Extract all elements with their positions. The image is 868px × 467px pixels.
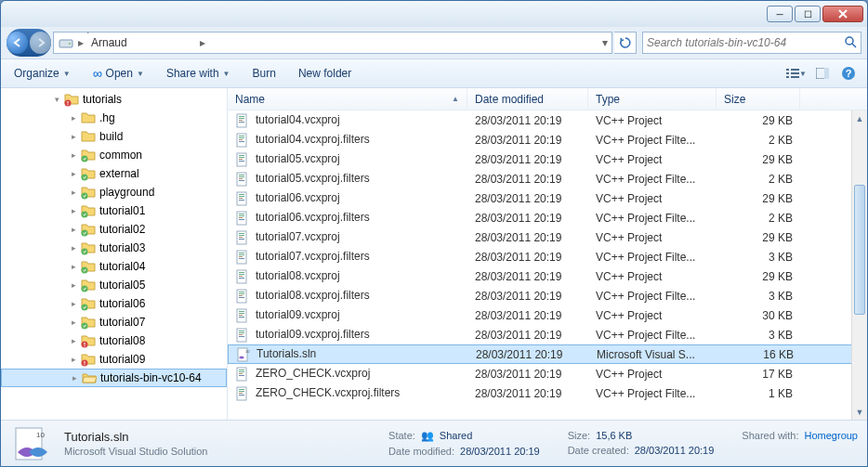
file-row[interactable]: tutorial05.vcxproj28/03/2011 20:19VC++ P… (228, 149, 867, 169)
view-options-button[interactable]: ▼ (785, 63, 808, 84)
svg-rect-89 (239, 332, 244, 333)
file-row[interactable]: ZERO_CHECK.vcxproj28/03/2011 20:19VC++ P… (228, 364, 867, 383)
tree-item[interactable]: ▸playground (1, 183, 227, 201)
file-row[interactable]: tutorial06.vcxproj28/03/2011 20:19VC++ P… (228, 188, 867, 208)
nav-back-forward[interactable] (7, 29, 51, 57)
column-headers[interactable]: Name ▲ Date modified Type Size (228, 88, 867, 110)
expand-icon[interactable]: ▸ (72, 373, 82, 383)
file-size: 2 KB (717, 134, 800, 147)
column-date[interactable]: Date modified (467, 88, 588, 110)
breadcrumb-item[interactable]: Arnaud (85, 36, 198, 49)
chevron-right-icon[interactable]: ▸ (76, 36, 85, 49)
tree-item[interactable]: ▸tutorial01 (1, 201, 227, 220)
tree-item[interactable]: ▸tutorial06 (1, 294, 227, 313)
expand-icon[interactable]: ▸ (72, 336, 81, 345)
tree-item[interactable]: ▸common (1, 146, 227, 164)
titlebar[interactable]: ─ ☐ (1, 1, 867, 27)
expand-icon[interactable]: ▸ (72, 225, 81, 234)
expand-icon[interactable]: ▸ (72, 243, 81, 253)
svg-rect-14 (68, 101, 69, 104)
new-folder-button[interactable]: New folder (293, 63, 357, 84)
file-date: 28/03/2011 20:19 (467, 153, 588, 166)
folder-tree[interactable]: ▾tutorials▸.hg▸build▸common▸external▸pla… (1, 88, 228, 420)
file-type: VC++ Project Filte... (588, 387, 717, 400)
maximize-button[interactable]: ☐ (795, 6, 821, 22)
tree-item-label: tutorial04 (99, 260, 145, 273)
organize-menu[interactable]: Organize ▼ (8, 63, 76, 84)
file-name: tutorial07.vcxproj (256, 230, 340, 243)
tree-item[interactable]: ▸tutorial02 (1, 220, 227, 239)
expand-icon[interactable]: ▸ (72, 262, 81, 271)
scrollbar[interactable]: ▲ ▼ (851, 110, 867, 420)
file-date: 28/03/2011 20:19 (467, 134, 588, 147)
refresh-button[interactable] (614, 32, 637, 54)
file-date: 28/03/2011 20:19 (467, 329, 588, 342)
expand-icon[interactable]: ▸ (72, 280, 81, 290)
svg-rect-8 (791, 76, 799, 78)
file-row[interactable]: tutorial05.vcxproj.filters28/03/2011 20:… (228, 169, 867, 188)
created-value: 28/03/2011 20:19 (635, 445, 715, 456)
tree-item[interactable]: ▸tutorial03 (1, 239, 227, 257)
expand-icon[interactable]: ▸ (72, 355, 81, 364)
tree-item[interactable]: ▸external (1, 164, 227, 183)
file-row[interactable]: tutorial04.vcxproj.filters28/03/2011 20:… (228, 130, 867, 149)
file-row[interactable]: 10Tutorials.sln28/03/2011 20:19Microsoft… (228, 344, 867, 364)
svg-point-25 (82, 323, 88, 330)
file-row[interactable]: tutorial08.vcxproj.filters28/03/2011 20:… (228, 286, 867, 305)
help-button[interactable]: ? (837, 63, 860, 84)
tree-item[interactable]: ▸tutorial07 (1, 313, 227, 331)
scroll-up-icon[interactable]: ▲ (852, 110, 867, 126)
expand-icon[interactable]: ▸ (72, 299, 81, 308)
expand-icon[interactable]: ▸ (72, 206, 81, 215)
file-row[interactable]: tutorial08.vcxproj28/03/2011 20:19VC++ P… (228, 266, 867, 286)
burn-button[interactable]: Burn (247, 63, 282, 84)
expand-icon[interactable]: ▸ (72, 150, 81, 160)
file-date: 28/03/2011 20:19 (467, 270, 588, 283)
scroll-thumb[interactable] (854, 185, 865, 315)
tree-item[interactable]: ▸tutorial09 (1, 350, 227, 369)
back-button[interactable] (7, 32, 28, 54)
column-name[interactable]: Name ▲ (228, 88, 467, 110)
expand-icon[interactable]: ▸ (72, 169, 81, 178)
file-date: 28/03/2011 20:19 (467, 387, 588, 400)
minimize-button[interactable]: ─ (767, 6, 793, 22)
chevron-right-icon[interactable]: ▸ (85, 49, 95, 54)
chevron-right-icon[interactable]: ▸ (198, 36, 207, 49)
file-row[interactable]: ZERO_CHECK.vcxproj.filters28/03/2011 20:… (228, 383, 867, 403)
share-menu[interactable]: Share with ▼ (161, 63, 236, 84)
file-row[interactable]: tutorial04.vcxproj28/03/2011 20:19VC++ P… (228, 110, 867, 130)
tree-item[interactable]: ▸tutorial08 (1, 331, 227, 350)
preview-pane-button[interactable] (811, 63, 834, 84)
close-button[interactable] (822, 6, 863, 22)
search-icon[interactable] (844, 35, 857, 51)
shared-with-value[interactable]: Homegroup (805, 430, 858, 441)
expand-icon[interactable]: ▾ (55, 95, 64, 104)
expand-icon[interactable]: ▸ (72, 132, 81, 141)
tree-item[interactable]: ▸build (1, 127, 227, 146)
file-row[interactable]: tutorial09.vcxproj.filters28/03/2011 20:… (228, 325, 867, 344)
column-size[interactable]: Size (717, 88, 800, 110)
tree-item-label: common (99, 149, 142, 162)
expand-icon[interactable]: ▸ (72, 318, 81, 327)
details-title: Tutorials.sln (64, 430, 379, 444)
file-type: VC++ Project (588, 192, 717, 205)
expand-icon[interactable]: ▸ (72, 113, 81, 123)
column-type[interactable]: Type (588, 88, 717, 110)
open-menu[interactable]: ∞Open ▼ (87, 62, 150, 84)
tree-item[interactable]: ▸.hg (1, 109, 227, 127)
file-row[interactable]: tutorial09.vcxproj28/03/2011 20:19VC++ P… (228, 305, 867, 325)
tree-item[interactable]: ▾tutorials (1, 90, 227, 109)
tree-item[interactable]: ▸tutorials-bin-vc10-64 (1, 369, 227, 387)
breadcrumb[interactable]: ▸ Local Disk (C:)▸Users▸Arnaud▸Projects▸… (53, 32, 612, 54)
file-row[interactable]: tutorial07.vcxproj.filters28/03/2011 20:… (228, 247, 867, 266)
file-row[interactable]: tutorial07.vcxproj28/03/2011 20:19VC++ P… (228, 227, 867, 247)
search-box[interactable] (642, 32, 861, 54)
file-type: VC++ Project (588, 114, 717, 127)
file-row[interactable]: tutorial06.vcxproj.filters28/03/2011 20:… (228, 208, 867, 227)
search-input[interactable] (647, 36, 844, 49)
scroll-down-icon[interactable]: ▼ (852, 404, 867, 420)
tree-item[interactable]: ▸tutorial05 (1, 276, 227, 294)
tree-item[interactable]: ▸tutorial04 (1, 257, 227, 276)
dropdown-icon[interactable]: ▾ (600, 36, 610, 49)
expand-icon[interactable]: ▸ (72, 188, 81, 197)
